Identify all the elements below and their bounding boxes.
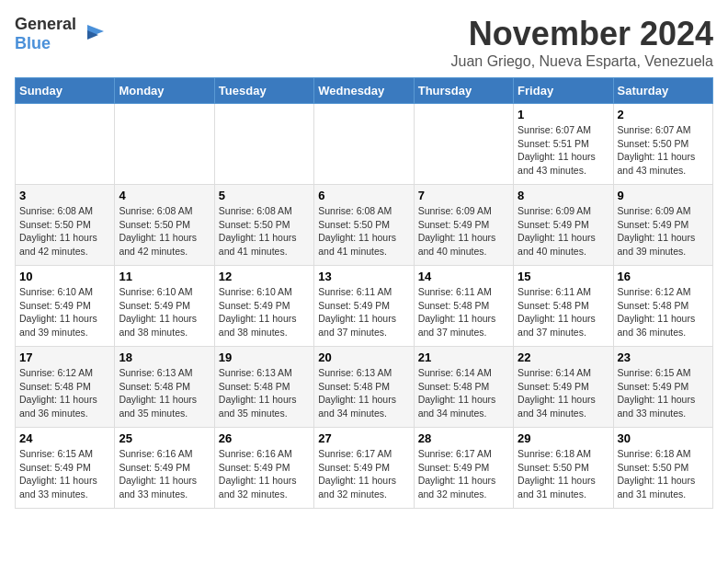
day-cell-28: 28Sunrise: 6:17 AM Sunset: 5:49 PM Dayli… [414,428,513,509]
day-cell-8: 8Sunrise: 6:09 AM Sunset: 5:49 PM Daylig… [514,185,613,266]
empty-cell [414,104,513,185]
empty-cell [16,104,115,185]
week-row-4: 17Sunrise: 6:12 AM Sunset: 5:48 PM Dayli… [16,347,713,428]
day-number: 10 [19,270,110,283]
header: General Blue November 2024 Juan Griego, … [15,15,713,70]
day-cell-15: 15Sunrise: 6:11 AM Sunset: 5:48 PM Dayli… [514,266,613,347]
day-cell-3: 3Sunrise: 6:08 AM Sunset: 5:50 PM Daylig… [16,185,115,266]
title-section: November 2024 Juan Griego, Nueva Esparta… [450,15,713,70]
day-info: Sunrise: 6:10 AM Sunset: 5:49 PM Dayligh… [219,285,310,339]
day-header-saturday: Saturday [613,78,712,104]
day-header-thursday: Thursday [414,78,513,104]
day-cell-19: 19Sunrise: 6:13 AM Sunset: 5:48 PM Dayli… [214,347,313,428]
day-number: 24 [19,431,110,445]
day-info: Sunrise: 6:09 AM Sunset: 5:49 PM Dayligh… [618,204,709,259]
day-number: 7 [418,189,509,202]
month-title: November 2024 [450,15,713,53]
empty-cell [115,104,214,185]
day-cell-18: 18Sunrise: 6:13 AM Sunset: 5:48 PM Dayli… [115,347,214,428]
day-cell-21: 21Sunrise: 6:14 AM Sunset: 5:48 PM Dayli… [414,347,513,428]
day-cell-4: 4Sunrise: 6:08 AM Sunset: 5:50 PM Daylig… [115,185,214,266]
day-info: Sunrise: 6:16 AM Sunset: 5:49 PM Dayligh… [119,447,210,501]
day-cell-23: 23Sunrise: 6:15 AM Sunset: 5:49 PM Dayli… [613,347,712,428]
day-number: 14 [418,270,509,283]
day-cell-10: 10Sunrise: 6:10 AM Sunset: 5:49 PM Dayli… [16,266,115,347]
day-number: 15 [518,270,609,283]
day-number: 3 [19,189,110,202]
day-number: 22 [518,350,609,364]
week-row-2: 3Sunrise: 6:08 AM Sunset: 5:50 PM Daylig… [16,185,713,266]
day-number: 16 [618,270,709,283]
day-cell-25: 25Sunrise: 6:16 AM Sunset: 5:49 PM Dayli… [115,428,214,509]
day-info: Sunrise: 6:18 AM Sunset: 5:50 PM Dayligh… [618,447,709,501]
week-row-5: 24Sunrise: 6:15 AM Sunset: 5:49 PM Dayli… [16,428,713,509]
day-number: 28 [418,431,509,445]
day-cell-11: 11Sunrise: 6:10 AM Sunset: 5:49 PM Dayli… [115,266,214,347]
day-info: Sunrise: 6:18 AM Sunset: 5:50 PM Dayligh… [518,447,609,501]
day-cell-16: 16Sunrise: 6:12 AM Sunset: 5:48 PM Dayli… [613,266,712,347]
logo-icon [78,20,106,48]
day-number: 4 [119,189,210,202]
location-subtitle: Juan Griego, Nueva Esparta, Venezuela [450,53,713,70]
day-cell-27: 27Sunrise: 6:17 AM Sunset: 5:49 PM Dayli… [314,428,414,509]
day-number: 17 [19,350,110,364]
day-info: Sunrise: 6:15 AM Sunset: 5:49 PM Dayligh… [618,366,709,420]
day-number: 27 [318,431,409,445]
day-info: Sunrise: 6:16 AM Sunset: 5:49 PM Dayligh… [219,447,310,501]
day-info: Sunrise: 6:11 AM Sunset: 5:48 PM Dayligh… [418,285,509,339]
day-info: Sunrise: 6:10 AM Sunset: 5:49 PM Dayligh… [119,285,210,339]
day-info: Sunrise: 6:07 AM Sunset: 5:51 PM Dayligh… [518,123,609,178]
day-info: Sunrise: 6:17 AM Sunset: 5:49 PM Dayligh… [318,447,409,501]
day-cell-17: 17Sunrise: 6:12 AM Sunset: 5:48 PM Dayli… [16,347,115,428]
day-info: Sunrise: 6:11 AM Sunset: 5:48 PM Dayligh… [518,285,609,339]
day-cell-12: 12Sunrise: 6:10 AM Sunset: 5:49 PM Dayli… [214,266,313,347]
day-info: Sunrise: 6:12 AM Sunset: 5:48 PM Dayligh… [618,285,709,339]
empty-cell [214,104,313,185]
day-cell-9: 9Sunrise: 6:09 AM Sunset: 5:49 PM Daylig… [613,185,712,266]
day-number: 8 [518,189,609,202]
day-cell-26: 26Sunrise: 6:16 AM Sunset: 5:49 PM Dayli… [214,428,313,509]
calendar-table: SundayMondayTuesdayWednesdayThursdayFrid… [15,77,713,509]
day-info: Sunrise: 6:08 AM Sunset: 5:50 PM Dayligh… [219,204,310,259]
day-cell-2: 2Sunrise: 6:07 AM Sunset: 5:50 PM Daylig… [613,104,712,185]
logo-blue: Blue [15,34,51,52]
day-number: 21 [418,350,509,364]
day-number: 25 [119,431,210,445]
day-info: Sunrise: 6:15 AM Sunset: 5:49 PM Dayligh… [19,447,110,501]
day-info: Sunrise: 6:11 AM Sunset: 5:49 PM Dayligh… [318,285,409,339]
day-info: Sunrise: 6:09 AM Sunset: 5:49 PM Dayligh… [518,204,609,259]
day-number: 23 [618,350,709,364]
day-cell-7: 7Sunrise: 6:09 AM Sunset: 5:49 PM Daylig… [414,185,513,266]
day-cell-22: 22Sunrise: 6:14 AM Sunset: 5:49 PM Dayli… [514,347,613,428]
day-cell-13: 13Sunrise: 6:11 AM Sunset: 5:49 PM Dayli… [314,266,414,347]
logo: General Blue [15,15,106,53]
day-info: Sunrise: 6:10 AM Sunset: 5:49 PM Dayligh… [19,285,110,339]
empty-cell [314,104,414,185]
day-header-wednesday: Wednesday [314,78,414,104]
day-number: 20 [318,350,409,364]
day-cell-6: 6Sunrise: 6:08 AM Sunset: 5:50 PM Daylig… [314,185,414,266]
day-header-sunday: Sunday [16,78,115,104]
day-info: Sunrise: 6:13 AM Sunset: 5:48 PM Dayligh… [219,366,310,420]
day-info: Sunrise: 6:08 AM Sunset: 5:50 PM Dayligh… [318,204,409,259]
day-number: 13 [318,270,409,283]
day-number: 5 [219,189,310,202]
day-info: Sunrise: 6:14 AM Sunset: 5:48 PM Dayligh… [418,366,509,420]
day-number: 6 [318,189,409,202]
day-number: 12 [219,270,310,283]
logo-text: General Blue [15,15,76,53]
day-cell-14: 14Sunrise: 6:11 AM Sunset: 5:48 PM Dayli… [414,266,513,347]
logo-general: General [15,15,76,33]
week-row-1: 1Sunrise: 6:07 AM Sunset: 5:51 PM Daylig… [16,104,713,185]
day-number: 11 [119,270,210,283]
day-info: Sunrise: 6:14 AM Sunset: 5:49 PM Dayligh… [518,366,609,420]
day-number: 19 [219,350,310,364]
day-number: 18 [119,350,210,364]
day-cell-29: 29Sunrise: 6:18 AM Sunset: 5:50 PM Dayli… [514,428,613,509]
day-cell-5: 5Sunrise: 6:08 AM Sunset: 5:50 PM Daylig… [214,185,313,266]
day-info: Sunrise: 6:12 AM Sunset: 5:48 PM Dayligh… [19,366,110,420]
day-number: 1 [518,108,609,121]
day-number: 2 [618,108,709,121]
day-info: Sunrise: 6:13 AM Sunset: 5:48 PM Dayligh… [318,366,409,420]
day-info: Sunrise: 6:09 AM Sunset: 5:49 PM Dayligh… [418,204,509,259]
